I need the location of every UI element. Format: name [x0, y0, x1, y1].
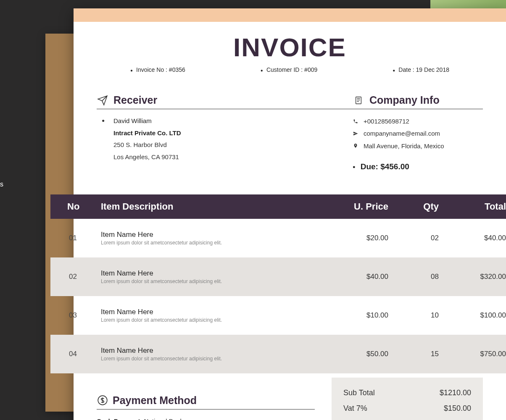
item-name: Item Name Here [101, 269, 321, 278]
item-name: Item Name Here [101, 308, 321, 316]
top-accent-bar [74, 8, 506, 22]
row-no: 01 [59, 234, 101, 242]
document-icon [353, 94, 364, 106]
subtotal-row: Sub Total $1210.00 [343, 385, 471, 401]
item-name: Item Name Here [101, 346, 321, 355]
table-header-row: No Item Description U. Price Qty Total [50, 194, 506, 219]
cash-payment-line: Cash Payment: National Bank [97, 415, 315, 420]
th-total: Total [439, 201, 506, 212]
unit-price: $20.00 [321, 234, 388, 242]
company-phone: +001285698712 [364, 115, 409, 127]
line-total: $750.00 [439, 350, 506, 358]
company-email: companyname@email.com [364, 127, 440, 139]
payment-method-block: Payment Method Cash Payment: National Ba… [97, 378, 315, 420]
discount-row: Discount 40% - $540.00 [343, 416, 471, 420]
vat-row: Vat 7% $150.00 [343, 401, 471, 416]
invoice-date: Date : 19 Dec 2018 [393, 66, 449, 73]
line-total: $40.00 [439, 234, 506, 242]
table-row: 01 Item Name Here Lorem ipsum dolor sit … [50, 219, 506, 257]
paper-plane-icon [97, 94, 108, 106]
invoice-document: INVOICE Invoice No : #0356 Customer ID :… [74, 8, 506, 420]
line-total: $320.00 [439, 273, 506, 281]
send-icon [353, 131, 358, 136]
customer-id: Customer ID : #009 [261, 66, 317, 73]
row-no: 02 [59, 273, 101, 281]
amount-due: Due: $456.00 [353, 159, 483, 174]
receiver-company: Intract Private Co. LTD [113, 127, 353, 139]
receiver-addr2: Los Angeles, CA 90731 [113, 151, 353, 163]
th-description: Item Description [101, 201, 321, 212]
th-no: No [59, 201, 101, 212]
receiver-name: David William [113, 115, 353, 127]
invoice-meta-row: Invoice No : #0356 Customer ID : #009 Da… [97, 62, 483, 86]
receiver-heading: Receiver [113, 94, 157, 106]
unit-price: $40.00 [321, 273, 388, 281]
invoice-number: Invoice No : #0356 [130, 66, 185, 73]
item-sub: Lorem ipsum dolor sit ametconsectetur ad… [101, 317, 321, 323]
svg-rect-0 [356, 97, 361, 104]
qty: 15 [388, 350, 439, 358]
item-sub: Lorem ipsum dolor sit ametconsectetur ad… [101, 356, 321, 362]
qty: 10 [388, 311, 439, 320]
item-name: Item Name Here [101, 231, 321, 239]
payment-heading: Payment Method [113, 394, 197, 407]
company-info-block: Company Info +001285698712 companyname@e… [353, 94, 483, 174]
unit-price: $10.00 [321, 311, 388, 320]
unit-price: $50.00 [321, 350, 388, 358]
table-row: 04 Item Name Here Lorem ipsum dolor sit … [50, 335, 506, 373]
th-qty: Qty [388, 201, 439, 212]
company-info-heading: Company Info [369, 94, 440, 106]
table-row: 03 Item Name Here Lorem ipsum dolor sit … [50, 296, 506, 335]
invoice-title: INVOICE [97, 32, 483, 62]
th-unit-price: U. Price [321, 201, 388, 212]
row-no: 03 [59, 311, 101, 320]
location-icon [353, 143, 358, 148]
dollar-circle-icon [97, 394, 108, 406]
qty: 08 [388, 273, 439, 281]
receiver-addr1: 250 S. Harbor Blvd [113, 139, 353, 151]
item-sub: Lorem ipsum dolor sit ametconsectetur ad… [101, 278, 321, 284]
line-items-table: No Item Description U. Price Qty Total 0… [50, 194, 506, 373]
item-sub: Lorem ipsum dolor sit ametconsectetur ad… [101, 240, 321, 246]
row-no: 04 [59, 350, 101, 358]
receiver-block: Receiver David William Intract Private C… [97, 94, 353, 174]
line-total: $100.00 [439, 311, 506, 320]
phone-icon [353, 119, 358, 124]
table-row: 02 Item Name Here Lorem ipsum dolor sit … [50, 257, 506, 296]
qty: 02 [388, 234, 439, 242]
company-address: Mall Avenue, Florida, Mexico [364, 140, 444, 152]
left-edge-text: s [0, 181, 10, 193]
totals-block: Sub Total $1210.00 Vat 7% $150.00 Discou… [332, 378, 483, 420]
